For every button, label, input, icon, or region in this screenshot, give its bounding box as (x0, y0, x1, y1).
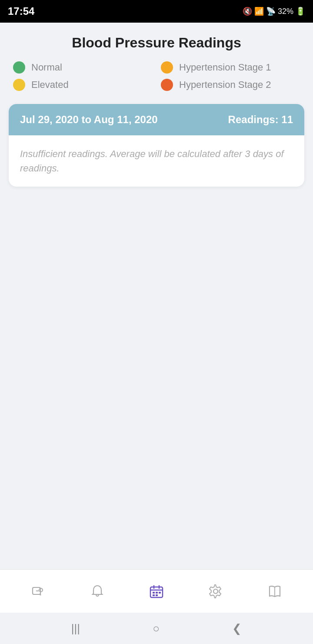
notifications-icon (89, 583, 106, 600)
hypertension1-dot (161, 61, 173, 74)
main-content: Blood Pressure Readings Normal Hypertens… (0, 23, 313, 569)
wifi-icon: 📶 (254, 7, 264, 16)
date-range: Jul 29, 2020 to Aug 11, 2020 (20, 114, 158, 126)
home-button[interactable]: ○ (153, 622, 160, 635)
recent-apps-button[interactable]: ||| (71, 622, 80, 635)
reading-card-header[interactable]: Jul 29, 2020 to Aug 11, 2020 Readings: 1… (9, 104, 304, 135)
reading-card-body: Insufficient readings. Average will be c… (9, 135, 304, 187)
svg-rect-12 (156, 594, 158, 596)
page-title: Blood Pressure Readings (9, 23, 304, 61)
hypertension1-label: Hypertension Stage 1 (179, 62, 271, 73)
nav-item-settings[interactable] (186, 583, 245, 600)
status-icons: 🔇 📶 📡 32% 🔋 (243, 7, 305, 16)
android-nav: ||| ○ ❮ (0, 613, 313, 644)
battery-icon: 🔋 (296, 7, 305, 16)
svg-rect-9 (153, 592, 155, 594)
back-button[interactable]: ❮ (232, 622, 242, 635)
svg-rect-11 (153, 594, 155, 596)
hypertension2-dot (161, 79, 173, 91)
legend-item-elevated: Elevated (13, 79, 152, 91)
svg-rect-13 (159, 592, 161, 594)
elevated-label: Elevated (31, 79, 69, 91)
nav-item-bp-monitor[interactable] (9, 583, 68, 600)
hypertension2-label: Hypertension Stage 2 (179, 79, 271, 91)
signal-icon: 📡 (266, 7, 276, 16)
svg-point-3 (40, 594, 41, 595)
legend-item-hypertension1: Hypertension Stage 1 (161, 61, 300, 74)
normal-dot (13, 61, 25, 74)
nav-item-book[interactable] (245, 583, 304, 600)
reading-count: Readings: 11 (228, 114, 293, 126)
legend: Normal Hypertension Stage 1 Elevated Hyp… (9, 61, 304, 91)
mute-icon: 🔇 (243, 7, 252, 16)
legend-item-normal: Normal (13, 61, 152, 74)
book-icon (266, 583, 283, 600)
settings-icon (207, 583, 224, 600)
battery-label: 32% (278, 7, 293, 16)
elevated-dot (13, 79, 25, 91)
bp-monitor-icon (30, 583, 47, 600)
reading-card: Jul 29, 2020 to Aug 11, 2020 Readings: 1… (9, 104, 304, 187)
svg-point-14 (213, 589, 218, 594)
bottom-nav (0, 569, 313, 613)
status-bar: 17:54 🔇 📶 📡 32% 🔋 (0, 0, 313, 23)
status-time: 17:54 (8, 5, 34, 17)
svg-rect-10 (156, 592, 158, 594)
nav-item-notifications[interactable] (68, 583, 127, 600)
normal-label: Normal (31, 62, 62, 73)
insufficient-message: Insufficient readings. Average will be c… (20, 147, 293, 175)
legend-item-hypertension2: Hypertension Stage 2 (161, 79, 300, 91)
calendar-icon (148, 583, 165, 600)
nav-item-calendar[interactable] (127, 583, 186, 600)
